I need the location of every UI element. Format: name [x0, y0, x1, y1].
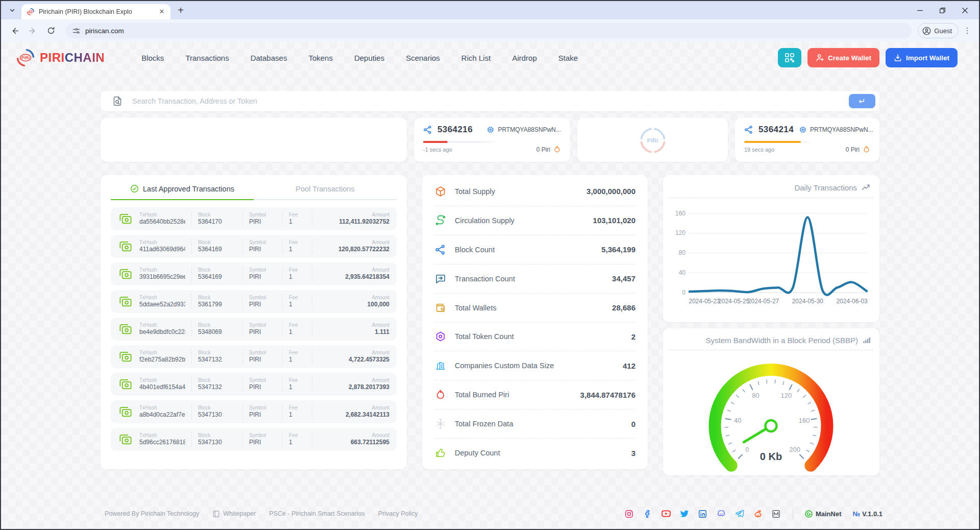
- tab-close-icon[interactable]: ✕: [157, 7, 166, 16]
- block-number[interactable]: 5364214: [758, 125, 794, 135]
- instagram-icon[interactable]: [624, 509, 634, 519]
- svg-text:40: 40: [734, 417, 741, 424]
- tx-amount: 120,820.57722232: [318, 246, 389, 254]
- transaction-row[interactable]: TxHash5ddaee52a2d93389c1db80022b4b3fa919…: [111, 290, 397, 313]
- tx-symbol: PIRI: [249, 439, 276, 447]
- guest-profile-button[interactable]: Guest: [918, 23, 959, 38]
- site-settings-icon[interactable]: [72, 27, 80, 35]
- tx-block: 5348069: [198, 328, 236, 336]
- building-icon: [434, 359, 447, 372]
- facebook-icon[interactable]: [643, 509, 653, 519]
- medium-icon[interactable]: [771, 509, 781, 519]
- network-badge[interactable]: MainNet: [804, 510, 842, 518]
- tx-symbol: PIRI: [249, 411, 276, 419]
- powered-by-text: Powered By Pirichain Technology: [105, 510, 199, 517]
- browser-menu-icon[interactable]: ⋮: [961, 23, 974, 38]
- stat-row-circulation-supply: Circulation Supply 103,101,020: [434, 206, 635, 235]
- nav-item-blocks[interactable]: Blocks: [141, 54, 164, 62]
- transaction-row[interactable]: TxHashf2eb275a82b92bf479df96f3f340f3ff09…: [111, 345, 397, 368]
- search-input[interactable]: [132, 97, 840, 105]
- nav-item-deputies[interactable]: Deputies: [354, 54, 384, 62]
- browser-tab[interactable]: PiRi Pirichain (PIRI) Blockchain Explo ✕: [21, 4, 170, 19]
- chart-title: Daily Transactions: [794, 183, 857, 192]
- reload-icon[interactable]: [43, 22, 59, 39]
- reddit-icon[interactable]: [753, 509, 763, 519]
- block-number[interactable]: 5364216: [437, 125, 473, 135]
- nav-item-rich-list[interactable]: Rich List: [461, 54, 491, 62]
- transactions-tabs: Last Approved Transactions Pool Transact…: [111, 184, 397, 200]
- pirichain-logo[interactable]: PiRi PIRICHAIN: [15, 47, 105, 68]
- flame-icon: [863, 146, 870, 153]
- cash-stack-icon: [118, 267, 133, 282]
- nav-item-databases[interactable]: Databases: [251, 54, 287, 62]
- daily-transactions-panel: Daily Transactions 040801201602024-05-23…: [663, 175, 879, 322]
- stat-value: 2: [631, 332, 635, 341]
- stat-row-companies-custom-data-size: Companies Custom Data Size 412: [434, 351, 635, 380]
- chevron-down-icon: [9, 7, 15, 13]
- sbbp-gauge: 040801201602000 Kb: [671, 351, 871, 473]
- svg-text:2024-05-30: 2024-05-30: [792, 298, 824, 305]
- nav-item-airdrop[interactable]: Airdrop: [512, 54, 536, 62]
- transaction-row[interactable]: TxHashbe4e9dbdfc0c228a0ce9be08fd19a40b60…: [111, 318, 397, 341]
- wallet-icon: [434, 302, 447, 314]
- nav-item-scenarios[interactable]: Scenarios: [406, 54, 440, 62]
- sbbp-panel: System BandWidth in a Block Period (SBBP…: [663, 328, 879, 475]
- right-column: Daily Transactions 040801201602024-05-23…: [663, 175, 879, 475]
- new-tab-button[interactable]: +: [174, 3, 188, 17]
- deputy-address[interactable]: PRTMQYA88SNPwN...: [799, 126, 873, 134]
- divider: [793, 508, 793, 519]
- version-text: №V.1.0.1: [852, 510, 883, 518]
- piriscan-page: PiRi PIRICHAIN Blocks Transactions Datab…: [1, 42, 979, 529]
- forward-icon[interactable]: [24, 22, 41, 39]
- nav-item-tokens[interactable]: Tokens: [308, 54, 333, 62]
- tx-block: 5361799: [198, 301, 236, 309]
- qr-scan-button[interactable]: [778, 48, 801, 67]
- linkedin-icon[interactable]: [698, 509, 708, 519]
- deputy-address[interactable]: PRTMQYA88SNPwN...: [486, 126, 561, 134]
- url-bar[interactable]: piriscan.com: [65, 23, 912, 38]
- site-header: PiRi PIRICHAIN Blocks Transactions Datab…: [1, 42, 979, 74]
- block-progress-track: [423, 141, 500, 143]
- nav-item-stake[interactable]: Stake: [558, 54, 578, 62]
- youtube-icon[interactable]: [661, 509, 671, 519]
- transaction-row[interactable]: TxHash4b401edf6154a4929a4756c17948b5f2f5…: [111, 373, 397, 396]
- tx-amount: 2,682.34142113: [318, 411, 389, 419]
- block-card[interactable]: 5364214 PRTMQYA88SNPwN... 19 secs ago 0 …: [735, 118, 879, 162]
- block-card[interactable]: 5364216 PRTMQYA88SNPwN... -1 secs ago 0 …: [414, 118, 570, 162]
- telegram-icon[interactable]: [734, 509, 745, 519]
- svg-text:160: 160: [675, 210, 685, 217]
- twitter-icon[interactable]: [679, 509, 690, 519]
- tab-search-button[interactable]: [5, 3, 19, 17]
- tx-fee: 1: [289, 328, 306, 336]
- transaction-row[interactable]: TxHash411ad63069d964834f442338e69661fe2c…: [111, 235, 397, 258]
- tab-pool-transactions[interactable]: Pool Transactions: [254, 184, 397, 200]
- stat-value: 0: [631, 420, 635, 428]
- stat-value: 412: [623, 362, 635, 370]
- tx-symbol: PIRI: [249, 383, 276, 392]
- tab-last-approved-transactions[interactable]: Last Approved Transactions: [111, 184, 254, 200]
- tx-block: 5347130: [198, 411, 236, 419]
- cash-stack-icon: [118, 322, 133, 337]
- favicon-piri-icon: PiRi: [27, 8, 35, 16]
- nav-item-transactions[interactable]: Transactions: [185, 54, 229, 62]
- transaction-row[interactable]: TxHash3931b6695c29ee19a25e307cc65fb66b9d…: [111, 262, 397, 285]
- person-plus-icon: [816, 54, 824, 62]
- stat-label: Total Supply: [455, 187, 495, 196]
- back-icon[interactable]: [6, 22, 22, 39]
- restore-icon[interactable]: [931, 3, 953, 18]
- browser-toolbar: piriscan.com Guest ⋮: [1, 19, 979, 42]
- minimize-icon[interactable]: [909, 3, 931, 18]
- psce-link[interactable]: PSCe - Pirichain Smart Scenarios: [269, 510, 365, 517]
- search-submit-button[interactable]: ↵: [849, 94, 875, 108]
- import-wallet-button[interactable]: Import Wallet: [886, 48, 958, 67]
- close-icon[interactable]: [953, 3, 976, 18]
- transactions-list: TxHashda55640bb2528eee087e85ef394385a69d…: [111, 207, 397, 451]
- privacy-policy-link[interactable]: Privacy Policy: [378, 510, 418, 517]
- share-nodes-icon: [434, 244, 447, 256]
- discord-icon[interactable]: [716, 509, 726, 519]
- create-wallet-button[interactable]: Create Wallet: [807, 48, 879, 67]
- transaction-row[interactable]: TxHashda55640bb2528eee087e85ef394385a69d…: [111, 207, 397, 230]
- transaction-row[interactable]: TxHasha8b4d0ca22af7e8cf528d5e91ea2b61c18…: [111, 400, 397, 423]
- whitepaper-link[interactable]: Whitepaper: [212, 510, 256, 518]
- transaction-row[interactable]: TxHash5d96cc26176818ea46a505daee6468812e…: [111, 428, 397, 451]
